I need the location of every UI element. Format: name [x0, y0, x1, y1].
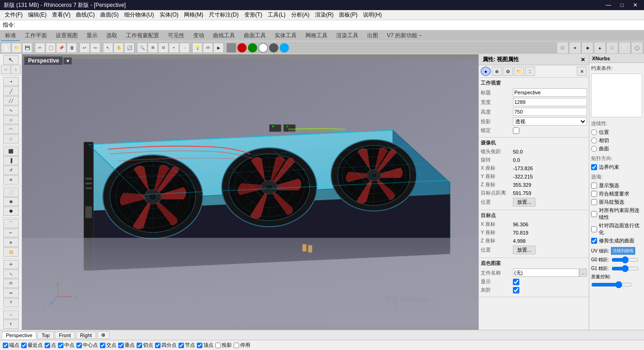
- btn-misc-1[interactable]: [226, 43, 236, 53]
- menu-subdiv[interactable]: 细分物体(U): [121, 10, 157, 20]
- menu-mesh[interactable]: 网格(M): [181, 10, 206, 20]
- tool-explode[interactable]: 💥: [3, 247, 19, 257]
- input-width[interactable]: [513, 98, 587, 106]
- input-viewport-title[interactable]: [513, 88, 587, 97]
- panel-tab-target[interactable]: ⊕: [492, 67, 502, 76]
- btn-right-2[interactable]: ●: [569, 42, 581, 54]
- g0-slider[interactable]: [611, 256, 639, 264]
- btn-paste[interactable]: 📌: [56, 43, 66, 53]
- btn-misc-3[interactable]: [247, 43, 258, 53]
- tool-arc[interactable]: ◠: [3, 125, 19, 134]
- input-filename[interactable]: [513, 269, 579, 277]
- maximize-btn[interactable]: □: [618, 2, 627, 8]
- menu-solid[interactable]: 实体(O): [157, 10, 181, 20]
- btn-new[interactable]: 📄: [1, 43, 11, 53]
- snap-quadrant[interactable]: 四分点: [155, 342, 177, 349]
- cb-trim-result[interactable]: 修剪生成的曲面: [591, 237, 642, 244]
- cb-fit-tolerance[interactable]: 符合精度要求: [591, 190, 642, 197]
- checkbox-grayscale[interactable]: [513, 287, 519, 293]
- tab-render-tools[interactable]: 渲染工具: [332, 30, 362, 41]
- tool-box[interactable]: ⬜: [3, 188, 19, 197]
- btn-right-7[interactable]: ◯: [631, 42, 643, 54]
- tool-loft[interactable]: ≋: [3, 175, 19, 184]
- btn-zoom-out[interactable]: -: [179, 43, 190, 53]
- btn-material[interactable]: M: [203, 43, 213, 53]
- btn-right-4[interactable]: ▲: [594, 42, 606, 54]
- snap-vertex[interactable]: 顶点: [197, 342, 213, 349]
- snap-tangent[interactable]: 切点: [137, 342, 153, 349]
- close-btn[interactable]: ✕: [630, 2, 640, 8]
- cb-show-preview[interactable]: 显示预选: [591, 182, 642, 189]
- btn-misc-5[interactable]: [269, 43, 279, 53]
- panel-tab-circle[interactable]: ●: [481, 67, 491, 76]
- tab-display[interactable]: 显示: [82, 30, 102, 41]
- panel-tab-gear[interactable]: ⚙: [503, 67, 513, 76]
- btn-cam-place[interactable]: 放置...: [513, 198, 535, 207]
- tool-select-1[interactable]: ↔: [1, 65, 11, 74]
- tab-surface-tools[interactable]: 曲面工具: [240, 30, 270, 41]
- tool-surface[interactable]: ⬛: [3, 147, 19, 156]
- btn-redo[interactable]: ↪: [90, 43, 100, 53]
- snap-midpoint[interactable]: 中点: [58, 342, 75, 349]
- tab-transform[interactable]: 变动: [189, 30, 208, 41]
- tool-fillet[interactable]: ⌒: [3, 219, 19, 228]
- menu-help[interactable]: 说明(H): [360, 10, 385, 20]
- tab-viewport-config[interactable]: 工作视窗配置: [122, 30, 163, 41]
- tab-plus[interactable]: ⊕: [97, 331, 109, 339]
- tool-revolve[interactable]: ↺: [3, 166, 19, 175]
- cb-all-constraints[interactable]: 对所有约束应用连续性: [591, 207, 642, 221]
- panel-tab-grid[interactable]: ::: [525, 67, 535, 76]
- g1-slider[interactable]: [611, 265, 639, 272]
- select-projection[interactable]: 透视 平行 两点透视: [513, 117, 587, 126]
- snap-endpoint[interactable]: 端点: [3, 342, 19, 349]
- btn-right-5[interactable]: □: [606, 42, 618, 54]
- menu-file[interactable]: 文件(F): [2, 10, 25, 20]
- tab-perspective[interactable]: Perspective: [2, 332, 36, 339]
- tab-select[interactable]: 选取: [102, 30, 121, 41]
- menu-tools[interactable]: 工具(L): [265, 10, 288, 20]
- menu-analysis[interactable]: 分析(A): [288, 10, 312, 20]
- btn-misc-2[interactable]: [237, 43, 247, 53]
- btn-delete[interactable]: 🗑: [67, 43, 77, 53]
- btn-browse-file[interactable]: ...: [579, 269, 587, 277]
- tool-line[interactable]: ╱: [3, 86, 19, 96]
- checkbox-lock[interactable]: [513, 127, 519, 134]
- menu-curve[interactable]: 曲线(C): [73, 10, 98, 20]
- menu-view[interactable]: 查看(V): [49, 10, 73, 20]
- menu-render[interactable]: 渲染(R): [312, 10, 337, 20]
- btn-zoom-win[interactable]: 🔍: [137, 43, 147, 53]
- btn-undo[interactable]: ↩: [80, 43, 90, 53]
- btn-light[interactable]: 💡: [192, 43, 202, 53]
- tool-circle[interactable]: ○: [3, 115, 19, 125]
- viewport-dropdown-icon[interactable]: ▼: [63, 57, 72, 65]
- cmd-input[interactable]: [17, 22, 641, 29]
- tab-output[interactable]: 出图: [363, 30, 382, 41]
- menu-dim[interactable]: 尺寸标注(D): [206, 10, 242, 20]
- btn-rotate[interactable]: 🔄: [124, 43, 134, 53]
- tool-text[interactable]: T: [3, 320, 19, 329]
- cb-zebra-preview[interactable]: 斑马纹预选: [591, 199, 642, 206]
- tab-workplane[interactable]: 工作平面: [21, 30, 51, 41]
- window-controls[interactable]: — □ ✕: [603, 2, 640, 8]
- viewport-container[interactable]: Perspective ▼: [22, 54, 478, 330]
- tab-standard[interactable]: 标准: [1, 30, 20, 41]
- tool-move[interactable]: ✛: [3, 260, 19, 269]
- btn-right-1[interactable]: ⬡: [557, 42, 569, 54]
- cb-quad-opt[interactable]: 针对四边面迭行优化: [591, 222, 642, 236]
- tool-select-arrow[interactable]: ↖: [3, 55, 19, 64]
- menu-transform[interactable]: 变形(T): [242, 10, 265, 20]
- menu-panel[interactable]: 面板(P): [336, 10, 360, 20]
- panel-tab-folder[interactable]: 📁: [514, 67, 524, 76]
- snap-nearest[interactable]: 最近点: [21, 342, 43, 349]
- btn-open[interactable]: 📁: [12, 43, 22, 53]
- tab-curve-tools[interactable]: 曲线工具: [209, 30, 239, 41]
- snap-intersect[interactable]: 交点: [100, 342, 116, 349]
- tool-sphere[interactable]: ◉: [3, 197, 19, 207]
- btn-zoom-ext[interactable]: ⊞: [148, 43, 158, 53]
- tab-visible[interactable]: 可见性: [164, 30, 189, 41]
- tool-trim[interactable]: ✂: [3, 229, 19, 238]
- snap-disabled[interactable]: 停用: [234, 342, 250, 349]
- tab-top[interactable]: Top: [37, 332, 54, 339]
- tool-point[interactable]: ·•: [3, 77, 19, 86]
- tool-dimension[interactable]: ↔: [3, 310, 19, 320]
